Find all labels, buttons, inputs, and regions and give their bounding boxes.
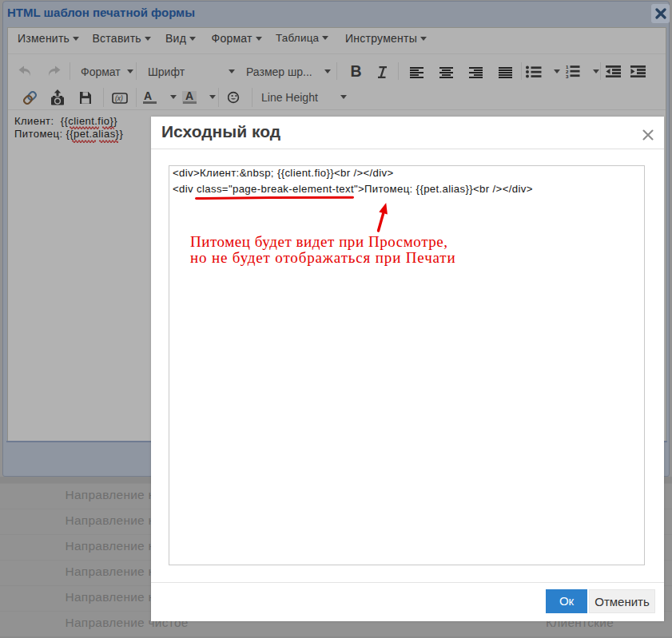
svg-text:3: 3 xyxy=(566,73,569,79)
svg-text:(x): (x) xyxy=(115,94,123,102)
